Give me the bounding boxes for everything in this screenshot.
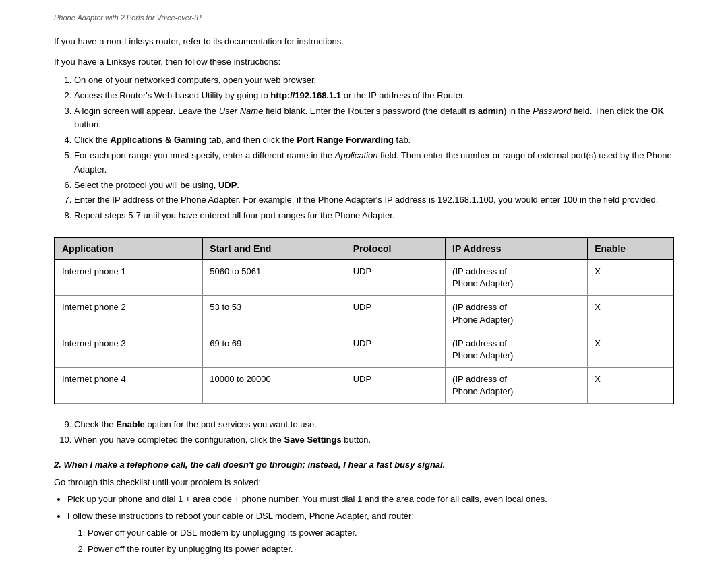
row3-protocol: UDP (346, 332, 445, 367)
intro-non-linksys: If you have a non-Linksys router, refer … (54, 35, 674, 49)
row1-protocol: UDP (346, 259, 445, 295)
page-header: Phone Adapter with 2 Ports for Voice-ove… (54, 13, 674, 22)
problem2-bullets: Pick up your phone and dial 1 + area cod… (67, 493, 674, 562)
step-5: For each port range you must specify, en… (74, 149, 674, 177)
linksys-intro: If you have a Linksys router, then follo… (54, 55, 674, 69)
bullet-2: Follow these instructions to reboot your… (67, 509, 674, 562)
step-3: A login screen will appear. Leave the Us… (74, 104, 674, 133)
table-row: Internet phone 2 53 to 53 UDP (IP addres… (55, 296, 673, 332)
row2-start-end: 53 to 53 (203, 296, 346, 332)
bullet-1: Pick up your phone and dial 1 + area cod… (67, 493, 674, 507)
col-enable: Enable (588, 237, 673, 259)
row3-start-end: 69 to 69 (203, 332, 346, 367)
sub-step-1: Power off your cable or DSL modem by unp… (88, 526, 674, 540)
sub-step-3: Power off the Phone Adapter by unpluggin… (88, 559, 674, 562)
row2-enable: X (588, 296, 673, 332)
row4-ip: (IP address ofPhone Adapter) (446, 368, 588, 404)
port-forwarding-table: Application Start and End Protocol IP Ad… (54, 237, 674, 405)
row4-protocol: UDP (346, 368, 445, 404)
row3-application: Internet phone 3 (55, 332, 203, 367)
row2-application: Internet phone 2 (55, 296, 203, 332)
table-row: Internet phone 1 5060 to 5061 UDP (IP ad… (55, 259, 673, 295)
post-table-steps: Check the Enable option for the port ser… (74, 418, 674, 447)
table-header-row: Application Start and End Protocol IP Ad… (55, 237, 673, 259)
row1-enable: X (588, 259, 673, 295)
row3-ip: (IP address ofPhone Adapter) (446, 332, 588, 367)
problem2-heading: 2. When I make a telephone call, the cal… (54, 458, 674, 472)
row1-application: Internet phone 1 (55, 259, 203, 295)
row2-ip: (IP address ofPhone Adapter) (446, 296, 588, 332)
step-2: Access the Router's Web-based Utility by… (74, 89, 674, 103)
step-4: Click the Applications & Gaming tab, and… (74, 133, 674, 148)
step-8: Repeat steps 5-7 until you have entered … (74, 209, 674, 223)
step-10: When you have completed the configuratio… (74, 433, 674, 447)
row2-protocol: UDP (346, 296, 445, 332)
row3-enable: X (588, 332, 673, 367)
step-7: Enter the IP address of the Phone Adapte… (74, 193, 674, 208)
col-start-end: Start and End (203, 237, 346, 259)
reboot-substeps: Power off your cable or DSL modem by unp… (88, 526, 674, 562)
row4-enable: X (588, 368, 673, 404)
row4-start-end: 10000 to 20000 (203, 368, 346, 404)
row1-ip: (IP address ofPhone Adapter) (446, 259, 588, 295)
col-application: Application (55, 237, 203, 259)
step-1: On one of your networked computers, open… (74, 73, 674, 88)
col-ip-address: IP Address (446, 237, 588, 259)
table-row: Internet phone 3 69 to 69 UDP (IP addres… (55, 332, 673, 367)
sub-step-2: Power off the router by unplugging its p… (88, 542, 674, 557)
checklist-intro: Go through this checklist until your pro… (54, 476, 674, 489)
setup-steps-list: On one of your networked computers, open… (74, 73, 674, 223)
table-row: Internet phone 4 10000 to 20000 UDP (IP … (55, 368, 673, 404)
page-container: Phone Adapter with 2 Ports for Voice-ove… (0, 0, 728, 562)
col-protocol: Protocol (346, 237, 445, 259)
row1-start-end: 5060 to 5061 (203, 259, 346, 295)
row4-application: Internet phone 4 (55, 368, 203, 404)
step-9: Check the Enable option for the port ser… (74, 418, 674, 432)
step-6: Select the protocol you will be using, U… (74, 179, 674, 193)
